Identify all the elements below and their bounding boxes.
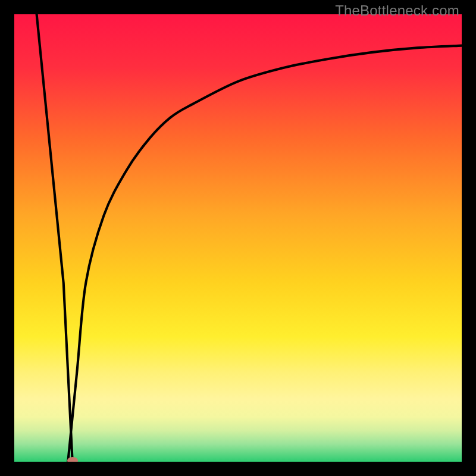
- curve-layer: [14, 14, 462, 462]
- watermark-text: TheBottleneck.com: [335, 2, 459, 19]
- vertex-marker: [67, 457, 78, 462]
- chart-frame: TheBottleneck.com: [0, 0, 476, 476]
- plot-area: [14, 14, 462, 462]
- curve-line: [37, 14, 462, 462]
